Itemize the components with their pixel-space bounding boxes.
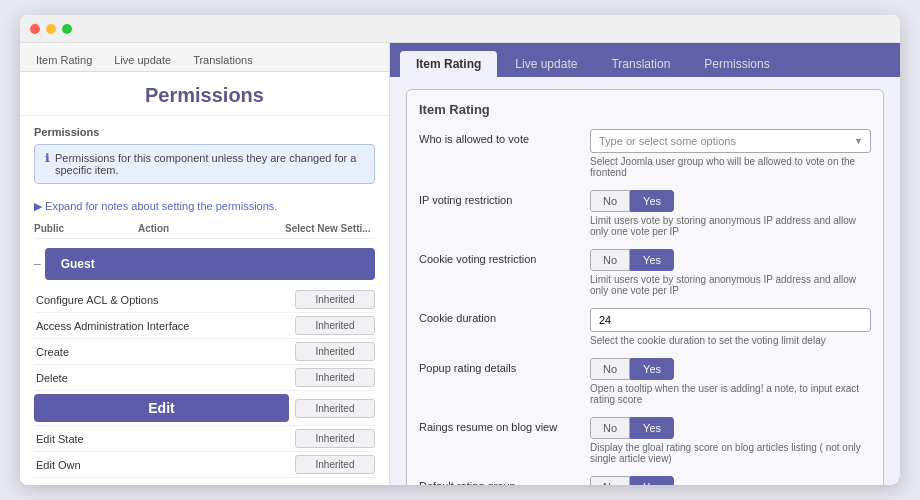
main-window: Item Rating Live update Translations Per… [20,15,900,485]
toggle-no-ratings[interactable]: No [590,417,630,439]
toggle-yes-default[interactable]: Yes [630,476,674,485]
right-content: Item Rating Who is allowed to vote Type … [390,77,900,485]
inherited-btn-edit[interactable]: Inherited [295,399,375,418]
inherited-btn-access[interactable]: Inherited [295,316,375,335]
control-cookie-restriction: No Yes Limit users vote by storing anony… [590,249,871,296]
toggle-cookie-restriction: No Yes [590,249,674,271]
toggle-yes-ratings[interactable]: Yes [630,417,674,439]
label-default-rating: Default rating group [419,476,574,485]
maximize-icon[interactable] [62,24,72,34]
label-cookie-duration: Cookie duration [419,308,574,324]
control-who-vote: Type or select some options Select Jooml… [590,129,871,178]
right-panel: Item Rating Live update Translation Perm… [390,43,900,485]
content-area: Item Rating Live update Translations Per… [20,43,900,485]
minimize-icon[interactable] [46,24,56,34]
input-cookie-duration[interactable] [590,308,871,332]
col-header-action: Action [138,223,281,234]
tab-item-rating-left[interactable]: Item Rating [26,49,102,71]
item-rating-section: Item Rating Who is allowed to vote Type … [406,89,884,485]
toggle-yes-popup[interactable]: Yes [630,358,674,380]
guest-label: Guest [53,252,367,276]
col-header-select: Select New Setti... [285,223,375,234]
close-icon[interactable] [30,24,40,34]
hint-who-vote: Select Joomla user group who will be all… [590,156,871,178]
action-label-edit-own: Edit Own [34,459,295,471]
tab-translation-right[interactable]: Translation [595,51,686,77]
select-who-vote[interactable]: Type or select some options [590,129,871,153]
control-popup-rating: No Yes Open a tooltip when the user is a… [590,358,871,405]
permissions-title: Permissions [34,126,375,138]
field-ratings-resume: Raings resume on blog view No Yes Displa… [419,417,871,464]
inherited-btn-create[interactable]: Inherited [295,342,375,361]
action-row-create: Create Inherited [34,339,375,365]
inherited-btn-edit-state[interactable]: Inherited [295,429,375,448]
expand-link[interactable]: ▶ Expand for notes about setting the per… [20,194,389,219]
hint-ratings-resume: Display the gloal rating score on blog a… [590,442,871,464]
control-ip-restriction: No Yes Limit users vote by storing anony… [590,190,871,237]
toggle-ip-restriction: No Yes [590,190,674,212]
field-ip-restriction: IP voting restriction No Yes Limit users… [419,190,871,237]
field-cookie-duration: Cookie duration Select the cookie durati… [419,308,871,346]
toggle-no-cookie[interactable]: No [590,249,630,271]
hint-ip-restriction: Limit users vote by storing anonymous IP… [590,215,871,237]
inherited-btn-edit-own[interactable]: Inherited [295,455,375,474]
toggle-yes-cookie[interactable]: Yes [630,249,674,271]
action-label-configure: Configure ACL & Options [34,294,295,306]
action-label-edit-state: Edit State [34,433,295,445]
tab-item-rating-right[interactable]: Item Rating [400,51,497,77]
permissions-table: Public Action Select New Setti... – Gues… [20,219,389,485]
toggle-ratings-resume: No Yes [590,417,674,439]
info-icon: ℹ [45,152,49,165]
control-cookie-duration: Select the cookie duration to set the vo… [590,308,871,346]
action-rows: Configure ACL & Options Inherited Access… [34,285,375,480]
action-row-edit: Edit Inherited [34,391,375,426]
hint-cookie-duration: Select the cookie duration to set the vo… [590,335,871,346]
action-label-access: Access Administration Interface [34,320,295,332]
toggle-default-rating: No Yes [590,476,674,485]
action-row-delete: Delete Inherited [34,365,375,391]
left-tabs: Item Rating Live update Translations [20,43,389,72]
table-header: Public Action Select New Setti... [34,219,375,239]
action-row-access: Access Administration Interface Inherite… [34,313,375,339]
inherited-btn-delete[interactable]: Inherited [295,368,375,387]
action-row-configure: Configure ACL & Options Inherited [34,287,375,313]
section-title: Item Rating [419,102,871,117]
action-label-create: Create [34,346,295,358]
page-title: Permissions [20,72,389,116]
tab-live-update-right[interactable]: Live update [499,51,593,77]
tab-permissions-right[interactable]: Permissions [688,51,785,77]
tab-translations-left[interactable]: Translations [183,49,263,71]
guest-minus-icon: – [34,257,41,271]
right-tabs: Item Rating Live update Translation Perm… [390,43,900,77]
label-who-vote: Who is allowed to vote [419,129,574,145]
hint-popup-rating: Open a tooltip when the user is adding! … [590,383,871,405]
action-row-edit-own: Edit Own Inherited [34,452,375,478]
tab-live-update-left[interactable]: Live update [104,49,181,71]
col-header-public: Public [34,223,134,234]
permissions-section: Permissions ℹ Permissions for this compo… [20,116,389,194]
edit-button[interactable]: Edit [34,394,289,422]
hint-cookie-restriction: Limit users vote by storing anonymous IP… [590,274,871,296]
action-row-edit-state: Edit State Inherited [34,426,375,452]
control-default-rating: No Yes If the rating group is not select… [590,476,871,485]
tree-item-guest[interactable]: Guest [45,248,375,280]
control-ratings-resume: No Yes Display the gloal rating score on… [590,417,871,464]
toggle-no-ip[interactable]: No [590,190,630,212]
field-popup-rating: Popup rating details No Yes Open a toolt… [419,358,871,405]
label-popup-rating: Popup rating details [419,358,574,374]
toggle-no-default[interactable]: No [590,476,630,485]
field-cookie-restriction: Cookie voting restriction No Yes Limit u… [419,249,871,296]
label-ratings-resume: Raings resume on blog view [419,417,574,433]
title-bar [20,15,900,43]
field-who-vote: Who is allowed to vote Type or select so… [419,129,871,178]
toggle-no-popup[interactable]: No [590,358,630,380]
field-default-rating: Default rating group No Yes If the ratin… [419,476,871,485]
toggle-yes-ip[interactable]: Yes [630,190,674,212]
label-ip-restriction: IP voting restriction [419,190,574,206]
permissions-info-text: Permissions for this component unless th… [55,152,364,176]
inherited-btn-configure[interactable]: Inherited [295,290,375,309]
action-label-delete: Delete [34,372,295,384]
permissions-info: ℹ Permissions for this component unless … [34,144,375,184]
label-cookie-restriction: Cookie voting restriction [419,249,574,265]
left-panel: Item Rating Live update Translations Per… [20,43,390,485]
